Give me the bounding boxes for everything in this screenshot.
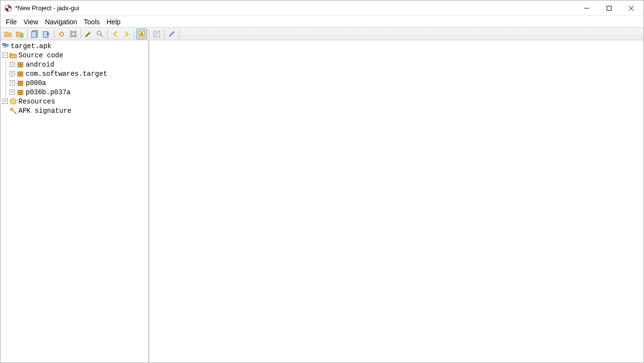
expand-toggle[interactable]: + xyxy=(2,99,8,104)
tree-node-label: p000a xyxy=(26,79,46,87)
tree-node-label: target.apk xyxy=(11,42,51,50)
tree-package[interactable]: │ + p000a xyxy=(0,78,149,87)
menu-help[interactable]: Help xyxy=(103,17,124,27)
save-all-button[interactable] xyxy=(30,29,40,39)
project-tree-panel[interactable]: target.apk − Source code │ + android │ + xyxy=(0,40,149,363)
svg-rect-11 xyxy=(5,44,8,46)
nav-back-button[interactable] xyxy=(110,29,120,39)
svg-point-17 xyxy=(10,98,16,100)
source-folder-icon xyxy=(9,52,17,59)
package-icon xyxy=(17,79,24,87)
package-icon xyxy=(17,88,24,96)
tree-leaf xyxy=(2,108,8,113)
tree-apk-signature[interactable]: APK signature xyxy=(0,106,149,115)
menubar: File View Navigation Tools Help xyxy=(0,16,644,28)
toolbar-separator xyxy=(164,30,165,38)
svg-point-19 xyxy=(11,108,12,109)
menu-navigation[interactable]: Navigation xyxy=(42,17,81,27)
toolbar-separator xyxy=(81,30,81,38)
tree-resources[interactable]: + Resources xyxy=(0,97,149,106)
tree-package[interactable]: │ + com.softwares.target xyxy=(0,69,149,78)
window-titlebar: *New Project - jadx-gui xyxy=(0,0,644,16)
svg-point-6 xyxy=(97,31,101,35)
package-icon xyxy=(17,70,24,78)
close-button[interactable] xyxy=(620,0,643,16)
work-area: target.apk − Source code │ + android │ + xyxy=(0,40,644,363)
log-viewer-button[interactable] xyxy=(151,29,162,39)
expand-toggle[interactable]: + xyxy=(10,89,15,95)
collapse-toggle[interactable]: − xyxy=(2,52,8,58)
menu-view[interactable]: View xyxy=(20,17,42,27)
toolbar-separator xyxy=(107,30,108,38)
tree-node-label: android xyxy=(26,61,54,69)
export-button[interactable] xyxy=(41,29,52,39)
tree-root-apk[interactable]: target.apk xyxy=(0,41,149,51)
preferences-button[interactable] xyxy=(166,29,177,39)
window-title: *New Project - jadx-gui xyxy=(15,4,576,12)
toolbar-separator xyxy=(179,30,180,38)
search-button[interactable] xyxy=(95,29,105,39)
add-files-button[interactable] xyxy=(15,29,25,39)
highlight-button[interactable] xyxy=(136,29,147,39)
menu-file[interactable]: File xyxy=(2,17,20,27)
deobfuscate-button[interactable] xyxy=(83,29,94,39)
tree-node-label: Source code xyxy=(18,52,63,59)
tree-source-code[interactable]: − Source code xyxy=(0,51,149,60)
toolbar-separator xyxy=(134,30,134,38)
key-icon xyxy=(9,107,17,115)
expand-toggle[interactable]: + xyxy=(10,62,15,67)
svg-rect-10 xyxy=(2,43,5,45)
open-file-button[interactable] xyxy=(3,29,14,39)
toolbar xyxy=(0,28,644,40)
package-icon xyxy=(17,61,24,69)
tree-node-label: com.softwares.target xyxy=(26,70,107,78)
expand-toggle[interactable]: + xyxy=(10,80,15,86)
nav-forward-button[interactable] xyxy=(121,29,132,39)
svg-rect-4 xyxy=(32,32,36,37)
tree-package[interactable]: │ + android xyxy=(0,60,149,69)
tree-node-label: APK signature xyxy=(18,107,71,115)
minimize-button[interactable] xyxy=(576,0,598,16)
apk-file-icon xyxy=(1,42,9,50)
svg-rect-1 xyxy=(607,6,611,10)
toolbar-separator xyxy=(149,30,149,38)
svg-point-9 xyxy=(172,32,174,34)
app-icon xyxy=(4,4,12,12)
resources-icon xyxy=(9,98,17,105)
toolbar-separator xyxy=(54,30,54,38)
menu-tools[interactable]: Tools xyxy=(81,17,103,27)
expand-toggle[interactable]: + xyxy=(10,71,15,76)
maximize-button[interactable] xyxy=(598,0,620,16)
tree-node-label: p036b.p037a xyxy=(26,88,70,96)
flatten-packages-button[interactable] xyxy=(68,29,79,39)
sync-button[interactable] xyxy=(56,29,67,39)
editor-panel xyxy=(149,40,644,363)
tree-package[interactable]: │ + p036b.p037a xyxy=(0,87,149,97)
toolbar-separator xyxy=(27,30,28,38)
tree-node-label: Resources xyxy=(18,98,55,105)
